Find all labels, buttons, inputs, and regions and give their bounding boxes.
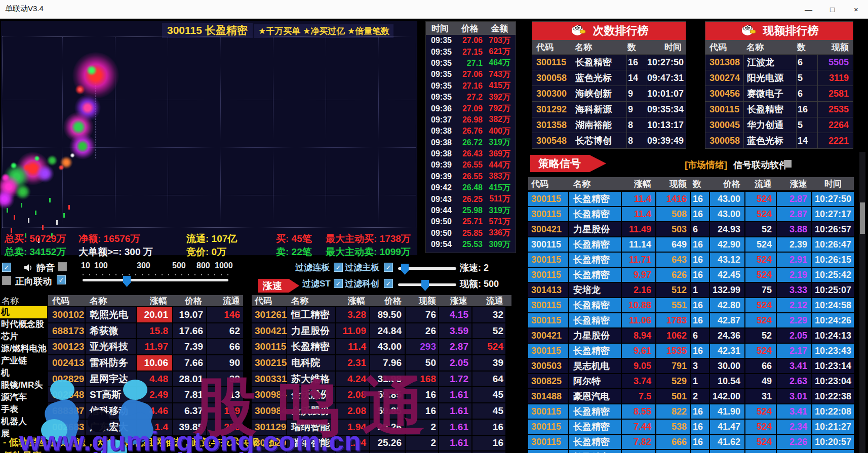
filter-st-checkbox[interactable] [334,279,343,288]
reverse-link-checkbox[interactable] [2,276,11,285]
trade-row[interactable]: 09:3527.1464万 [426,58,516,69]
rank-row[interactable]: 300548长芯博创809:39:49 [532,133,686,148]
trade-row[interactable]: 09:3926.55383万 [426,171,516,182]
mute-checkbox[interactable] [58,262,67,271]
trade-row[interactable]: 09:3527.06703万 [426,35,516,46]
stock-row[interactable]: 300102乾照光电20.0119.07146 [48,307,243,323]
trade-row[interactable]: 09:3926.55444万 [426,159,516,171]
market-sentiment-link[interactable]: [市场情绪] [685,159,727,171]
sector-item[interactable]: 产业链 [0,355,47,367]
rank-row[interactable]: 300058蓝色光标142221 [705,133,853,148]
trade-row[interactable]: 09:3826.72319万 [426,137,516,148]
signal-row[interactable]: 300115长盈精密11.414161643.005242.8710:27:50 [528,192,854,207]
signal-row[interactable]: 300115长盈精密9.6115351642.315242.1710:23:43 [528,344,854,359]
signal-row[interactable]: 301488豪恩汽电7.55012142.00313.0110:22:38 [528,389,854,404]
sector-item[interactable]: 源/燃料电池 [0,343,47,355]
signal-row[interactable]: 300421力星股份11.49503624.93523.8810:26:57 [528,222,854,237]
amount-slider-thumb[interactable] [123,276,131,287]
signal-row[interactable]: 300115长盈精密10.885511642.805242.1210:24:58 [528,298,854,313]
trade-row[interactable]: 09:5425.53309万 [426,239,516,250]
rank-row[interactable]: 300115长盈精密162535 [705,101,853,117]
filter-lianban-checkbox[interactable] [334,263,343,272]
filter-kechuang-label[interactable]: 过滤科创 [345,278,379,290]
filter-st-label[interactable]: 过滤ST [302,278,331,290]
close-button[interactable]: × [844,0,868,18]
trade-row[interactable]: 09:4425.98319万 [426,205,516,216]
forward-link-checkbox[interactable] [57,275,66,284]
maximize-button[interactable]: □ [820,0,844,18]
signal-row[interactable]: 300115长盈精密7.826661641.625242.2610:20:57 [528,435,854,450]
minimize-button[interactable]: — [797,0,820,18]
sector-item[interactable]: 机器人 [0,416,47,428]
rank-row[interactable]: 301358湖南裕能810:13:17 [532,117,686,133]
rank-row[interactable]: 300045华力创通52264 [705,117,853,133]
signal-row[interactable]: 300115长盈精密11.716431643.125242.9110:26:15 [528,253,854,268]
signal-row[interactable]: 300115长盈精密11.0617831642.875242.2910:24:2… [528,313,854,328]
speed-slider-thumb[interactable] [401,264,409,275]
signal-row[interactable]: 300115长盈精密11.45081643.005242.8710:27:17 [528,207,854,222]
signal-row[interactable]: 300115长盈精密11.146491642.905242.3910:26:47 [528,237,854,253]
master-checkbox[interactable] [2,263,11,272]
filter-lianban-label[interactable]: 过滤连板 [295,262,330,273]
trade-row[interactable]: 09:3527.16415万 [426,80,516,92]
stock-row[interactable]: 300331苏大维格4.2431.981681.7264 [252,372,511,388]
rank-row[interactable]: 300115长盈精密1610:27:50 [532,54,686,70]
stock-row[interactable]: 300115长盈精密11.443.002932.87524 [252,339,511,355]
signal-row[interactable]: 301413安培龙2.165121132.99753.3310:25:07 [528,283,854,298]
trade-row[interactable]: 09:3726.98382万 [426,114,516,126]
rank-row[interactable]: 300058蓝色光标1409:47:31 [532,70,686,86]
signal-row[interactable]: 300503昊志机电9.05791330.00663.4110:23:14 [528,359,854,374]
stock-row[interactable]: 002683广东宏大1.439.85260 [48,420,243,436]
trade-row[interactable]: 09:3527.06743万 [426,69,516,80]
rank-row[interactable]: 300456赛微电子62581 [705,86,853,101]
stock-row[interactable]: 300984金沃股份2.0859.85161.6145 [252,387,511,403]
trade-row[interactable]: 09:5025.85336万 [426,228,516,239]
filter-zhuban-checkbox[interactable] [384,263,393,272]
trade-row[interactable]: 09:3826.76400万 [426,126,516,137]
signal-row[interactable]: 300825阿尔特3.74529110.54492.6310:23:04 [528,374,854,389]
signal-row[interactable]: 300115长盈精密7.445381641.475242.3410:21:27 [528,420,854,435]
sector-item[interactable]: 眼镜/MR头 [0,379,47,391]
trade-row[interactable]: 09:3627.09792万 [426,103,516,114]
filter-zhuban-label[interactable]: 过滤主板 [345,262,379,273]
stock-row[interactable]: 300421力星股份11.0924.84263.5952 [252,323,511,340]
rank-row[interactable]: 300300海峡创新910:01:07 [532,86,686,101]
trade-row[interactable]: 09:3826.43369万 [426,148,516,159]
rank-row[interactable]: 300274阳光电源53119 [705,70,853,86]
stock-row[interactable]: 688173希荻微15.817.6662 [48,323,243,340]
sector-item[interactable]: 手表 [0,403,47,416]
sector-item[interactable]: 机 [0,367,47,379]
trade-row[interactable]: 09:5025.71571万 [426,216,516,227]
rank-row[interactable]: 301308江波龙65505 [705,54,853,70]
filter-kechuang-checkbox[interactable] [384,279,393,288]
trade-row[interactable]: 09:4326.25511万 [426,193,516,204]
stock-row[interactable]: 002829星网宇达4.4828.0139 [48,372,243,388]
signal-row[interactable]: 300115长盈精密8.558221641.905243.4110:22:08 [528,404,854,420]
signal-link-checkbox[interactable] [784,160,792,168]
stock-row[interactable]: 301129瑞纳智能1.9425.2621.6116 [252,436,511,452]
signal-row[interactable]: 300115长盈精密8.56011641.885242.010:20:12 [528,450,854,453]
trade-row[interactable]: 09:3527.2392万 [426,92,516,103]
stock-row[interactable]: 300123亚光科技11.977.3966 [48,339,243,355]
sector-item[interactable]: 机 [0,306,47,318]
stock-row[interactable]: 002413雷科防务10.067.6690 [48,355,243,372]
stock-row[interactable]: 002848ST高斯2.497.8113 [48,387,243,403]
scrollbar[interactable] [859,152,865,453]
sector-item[interactable]: 芯片 [0,331,47,343]
trade-row[interactable]: 09:4226.48415万 [426,182,516,193]
signal-row[interactable]: 300421力星股份8.941062624.36522.0510:24:13 [528,328,854,344]
sector-item[interactable]: 时代概念股 [0,318,47,331]
scrollbar-thumb[interactable] [860,202,865,234]
stock-row[interactable]: 300215电科院2.317.96502.0539 [252,355,511,372]
trade-row[interactable]: 09:3527.15621万 [426,46,516,57]
rank-row[interactable]: 301292海科新源909:35:34 [532,101,686,117]
amount-slider-track[interactable] [83,279,228,281]
stock-row[interactable]: 300984金沃股份2.0859.85161.6145 [252,403,511,420]
stock-row[interactable]: 301261恒工精密3.2889.50764.1532 [252,307,511,323]
stock-row[interactable]: 301129瑞纳智能1.9425.2621.6116 [252,420,511,436]
time-sales-body[interactable]: 09:3527.06703万09:3527.15621万09:3527.1464… [426,35,516,250]
signal-row[interactable]: 300115长盈精密9.976261642.455242.1910:25:42 [528,268,854,283]
current-amount-slider-thumb[interactable] [421,280,429,291]
sector-item[interactable]: 源汽车 [0,391,47,403]
stock-row[interactable]: 688387信科移动4.466.37139 [48,403,243,420]
